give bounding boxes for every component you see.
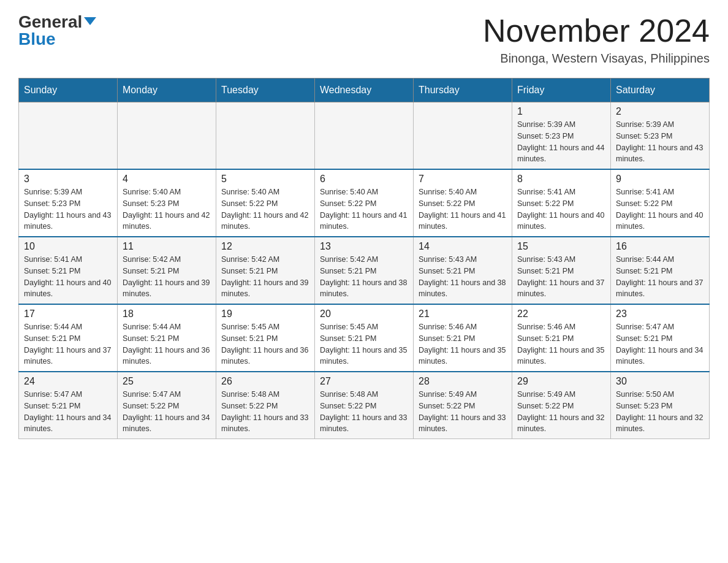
table-row: 3 Sunrise: 5:39 AM Sunset: 5:23 PM Dayli… <box>19 169 118 237</box>
sunset-text: Sunset: 5:21 PM <box>221 267 278 275</box>
sunset-text: Sunset: 5:21 PM <box>616 334 672 343</box>
sunset-text: Sunset: 5:23 PM <box>616 402 672 410</box>
sun-info: Sunrise: 5:40 AM Sunset: 5:23 PM Dayligh… <box>123 186 211 232</box>
sun-info: Sunrise: 5:39 AM Sunset: 5:23 PM Dayligh… <box>24 186 112 232</box>
daylight-text: Daylight: 11 hours and 35 minutes. <box>419 346 506 366</box>
table-row: 20 Sunrise: 5:45 AM Sunset: 5:21 PM Dayl… <box>315 304 414 372</box>
day-number: 12 <box>221 241 309 252</box>
sunrise-text: Sunrise: 5:40 AM <box>123 188 181 196</box>
daylight-text: Daylight: 11 hours and 34 minutes. <box>123 413 210 434</box>
table-row: 12 Sunrise: 5:42 AM Sunset: 5:21 PM Dayl… <box>216 237 315 304</box>
sun-info: Sunrise: 5:40 AM Sunset: 5:22 PM Dayligh… <box>221 186 309 232</box>
table-row: 13 Sunrise: 5:42 AM Sunset: 5:21 PM Dayl… <box>315 237 414 304</box>
logo: General Blue <box>18 12 96 49</box>
sunset-text: Sunset: 5:22 PM <box>517 402 574 410</box>
sunrise-text: Sunrise: 5:41 AM <box>24 255 82 264</box>
sun-info: Sunrise: 5:41 AM Sunset: 5:22 PM Dayligh… <box>517 186 605 232</box>
sun-info: Sunrise: 5:45 AM Sunset: 5:21 PM Dayligh… <box>221 321 309 367</box>
sunset-text: Sunset: 5:21 PM <box>517 267 574 275</box>
daylight-text: Daylight: 11 hours and 38 minutes. <box>419 278 506 299</box>
sunset-text: Sunset: 5:23 PM <box>517 132 574 140</box>
sun-info: Sunrise: 5:43 AM Sunset: 5:21 PM Dayligh… <box>517 254 605 300</box>
sunset-text: Sunset: 5:21 PM <box>616 267 672 275</box>
table-row: 26 Sunrise: 5:48 AM Sunset: 5:22 PM Dayl… <box>216 372 315 439</box>
table-row: 5 Sunrise: 5:40 AM Sunset: 5:22 PM Dayli… <box>216 169 315 237</box>
day-number: 20 <box>320 308 408 320</box>
daylight-text: Daylight: 11 hours and 35 minutes. <box>320 346 407 366</box>
col-sunday: Sunday <box>19 79 118 102</box>
daylight-text: Daylight: 11 hours and 40 minutes. <box>616 211 703 231</box>
table-row: 14 Sunrise: 5:43 AM Sunset: 5:21 PM Dayl… <box>414 237 512 304</box>
sunset-text: Sunset: 5:21 PM <box>419 334 475 343</box>
sunrise-text: Sunrise: 5:40 AM <box>419 188 477 196</box>
sun-info: Sunrise: 5:46 AM Sunset: 5:21 PM Dayligh… <box>419 321 507 367</box>
sunset-text: Sunset: 5:21 PM <box>320 267 376 275</box>
table-row: 27 Sunrise: 5:48 AM Sunset: 5:22 PM Dayl… <box>315 372 414 439</box>
sunrise-text: Sunrise: 5:39 AM <box>517 120 575 129</box>
sunset-text: Sunset: 5:22 PM <box>419 199 475 208</box>
sunrise-text: Sunrise: 5:49 AM <box>517 390 575 399</box>
col-monday: Monday <box>118 79 216 102</box>
sunset-text: Sunset: 5:23 PM <box>24 199 80 208</box>
day-number: 18 <box>123 308 211 320</box>
sunrise-text: Sunrise: 5:42 AM <box>221 255 279 264</box>
month-title: November 2024 <box>483 12 710 49</box>
sunrise-text: Sunrise: 5:49 AM <box>419 390 477 399</box>
calendar-header-row: Sunday Monday Tuesday Wednesday Thursday… <box>19 79 710 102</box>
sunrise-text: Sunrise: 5:41 AM <box>616 188 674 196</box>
table-row <box>19 102 118 170</box>
day-number: 25 <box>123 376 211 387</box>
daylight-text: Daylight: 11 hours and 39 minutes. <box>123 278 210 299</box>
sun-info: Sunrise: 5:46 AM Sunset: 5:21 PM Dayligh… <box>517 321 605 367</box>
table-row <box>414 102 512 170</box>
sunset-text: Sunset: 5:22 PM <box>419 402 475 410</box>
day-number: 4 <box>123 174 211 185</box>
table-row: 16 Sunrise: 5:44 AM Sunset: 5:21 PM Dayl… <box>611 237 710 304</box>
col-friday: Friday <box>512 79 611 102</box>
sun-info: Sunrise: 5:49 AM Sunset: 5:22 PM Dayligh… <box>419 389 507 435</box>
table-row: 29 Sunrise: 5:49 AM Sunset: 5:22 PM Dayl… <box>512 372 611 439</box>
day-number: 27 <box>320 376 408 387</box>
daylight-text: Daylight: 11 hours and 41 minutes. <box>419 211 506 231</box>
calendar-week-row: 1 Sunrise: 5:39 AM Sunset: 5:23 PM Dayli… <box>19 102 710 170</box>
daylight-text: Daylight: 11 hours and 33 minutes. <box>419 413 506 434</box>
table-row: 8 Sunrise: 5:41 AM Sunset: 5:22 PM Dayli… <box>512 169 611 237</box>
day-number: 24 <box>24 376 112 387</box>
calendar-week-row: 17 Sunrise: 5:44 AM Sunset: 5:21 PM Dayl… <box>19 304 710 372</box>
sunset-text: Sunset: 5:21 PM <box>24 267 80 275</box>
table-row: 9 Sunrise: 5:41 AM Sunset: 5:22 PM Dayli… <box>611 169 710 237</box>
table-row: 10 Sunrise: 5:41 AM Sunset: 5:21 PM Dayl… <box>19 237 118 304</box>
sunrise-text: Sunrise: 5:44 AM <box>123 323 181 331</box>
day-number: 19 <box>221 308 309 320</box>
daylight-text: Daylight: 11 hours and 36 minutes. <box>123 346 210 366</box>
col-saturday: Saturday <box>611 79 710 102</box>
sunrise-text: Sunrise: 5:40 AM <box>221 188 279 196</box>
daylight-text: Daylight: 11 hours and 40 minutes. <box>517 211 604 231</box>
sunset-text: Sunset: 5:22 PM <box>320 199 376 208</box>
day-number: 1 <box>517 106 605 117</box>
table-row: 4 Sunrise: 5:40 AM Sunset: 5:23 PM Dayli… <box>118 169 216 237</box>
daylight-text: Daylight: 11 hours and 43 minutes. <box>616 144 703 164</box>
daylight-text: Daylight: 11 hours and 38 minutes. <box>320 278 407 299</box>
sunset-text: Sunset: 5:22 PM <box>517 199 574 208</box>
day-number: 2 <box>616 106 704 117</box>
col-thursday: Thursday <box>414 79 512 102</box>
day-number: 15 <box>517 241 605 252</box>
sunrise-text: Sunrise: 5:44 AM <box>616 255 674 264</box>
day-number: 30 <box>616 376 704 387</box>
sunset-text: Sunset: 5:21 PM <box>24 334 80 343</box>
sun-info: Sunrise: 5:41 AM Sunset: 5:22 PM Dayligh… <box>616 186 704 232</box>
day-number: 14 <box>419 241 507 252</box>
sun-info: Sunrise: 5:48 AM Sunset: 5:22 PM Dayligh… <box>320 389 408 435</box>
daylight-text: Daylight: 11 hours and 41 minutes. <box>320 211 407 231</box>
table-row <box>118 102 216 170</box>
sunset-text: Sunset: 5:23 PM <box>616 132 672 140</box>
day-number: 7 <box>419 174 507 185</box>
table-row: 15 Sunrise: 5:43 AM Sunset: 5:21 PM Dayl… <box>512 237 611 304</box>
table-row: 21 Sunrise: 5:46 AM Sunset: 5:21 PM Dayl… <box>414 304 512 372</box>
daylight-text: Daylight: 11 hours and 34 minutes. <box>24 413 111 434</box>
day-number: 29 <box>517 376 605 387</box>
sun-info: Sunrise: 5:48 AM Sunset: 5:22 PM Dayligh… <box>221 389 309 435</box>
sunrise-text: Sunrise: 5:42 AM <box>320 255 378 264</box>
sun-info: Sunrise: 5:44 AM Sunset: 5:21 PM Dayligh… <box>24 321 112 367</box>
